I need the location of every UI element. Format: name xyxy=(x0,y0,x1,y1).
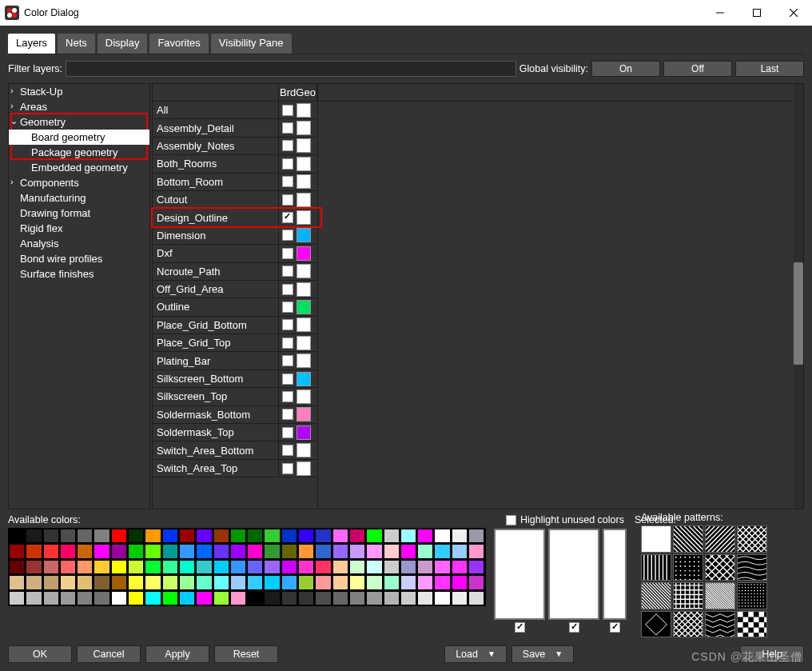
palette-color[interactable] xyxy=(111,529,127,543)
palette-color[interactable] xyxy=(366,560,382,574)
palette-color[interactable] xyxy=(128,544,144,558)
pattern-vert[interactable] xyxy=(641,554,671,581)
palette-color[interactable] xyxy=(145,544,161,558)
grid-row-name[interactable]: Place_Grid_Top xyxy=(153,334,279,352)
palette-color[interactable] xyxy=(43,544,59,558)
palette-color[interactable] xyxy=(9,560,25,574)
palette-color[interactable] xyxy=(247,544,263,558)
grid-row-brdgeo[interactable] xyxy=(279,441,317,459)
grid-row-brdgeo[interactable] xyxy=(279,317,317,334)
palette-color[interactable] xyxy=(298,544,314,558)
palette-color[interactable] xyxy=(128,591,144,605)
grid-row-name[interactable]: Cutout xyxy=(153,191,279,209)
palette-color[interactable] xyxy=(196,575,212,589)
palette-color[interactable] xyxy=(434,544,450,558)
palette-color[interactable] xyxy=(417,591,433,605)
scrollbar-thumb[interactable] xyxy=(794,262,803,365)
tab-layers[interactable]: Layers xyxy=(8,34,55,54)
palette-color[interactable] xyxy=(468,529,484,543)
grid-row-name[interactable]: Assembly_Detail xyxy=(153,119,279,137)
grid-row-brdgeo[interactable] xyxy=(279,102,317,119)
close-button[interactable] xyxy=(775,0,812,26)
grid-row-name[interactable]: Soldermask_Top xyxy=(153,424,279,441)
palette-color[interactable] xyxy=(366,591,382,605)
palette-color[interactable] xyxy=(332,575,348,589)
sel-chk-3[interactable] xyxy=(610,622,620,633)
palette-color[interactable] xyxy=(145,575,161,589)
grid-row-brdgeo[interactable] xyxy=(279,406,317,424)
color-swatch[interactable] xyxy=(297,121,311,135)
palette-color[interactable] xyxy=(162,544,178,558)
pattern-zig[interactable] xyxy=(705,611,735,638)
palette-color[interactable] xyxy=(452,575,468,589)
palette-color[interactable] xyxy=(247,591,263,605)
color-swatch[interactable] xyxy=(297,443,311,457)
pattern-grid[interactable] xyxy=(673,582,703,609)
palette-color[interactable] xyxy=(384,591,400,605)
grid-row-name[interactable]: Place_Grid_Bottom xyxy=(153,317,279,334)
grid-row-name[interactable]: Bottom_Room xyxy=(153,174,279,191)
pattern-cross[interactable] xyxy=(737,525,767,553)
load-button[interactable]: Load▼ xyxy=(444,645,507,663)
palette-color[interactable] xyxy=(196,529,212,543)
palette-color[interactable] xyxy=(349,560,365,574)
palette-color[interactable] xyxy=(179,560,195,574)
palette-color[interactable] xyxy=(400,529,416,543)
color-swatch[interactable] xyxy=(297,300,311,314)
cancel-button[interactable]: Cancel xyxy=(77,645,141,663)
visibility-checkbox[interactable] xyxy=(282,105,293,116)
grid-row-brdgeo[interactable] xyxy=(279,370,317,388)
palette-color[interactable] xyxy=(281,591,297,605)
pattern-hatch[interactable] xyxy=(641,582,671,609)
pattern-diag1[interactable] xyxy=(673,525,703,553)
palette-color[interactable] xyxy=(179,575,195,589)
palette-color[interactable] xyxy=(179,544,195,558)
palette-color[interactable] xyxy=(77,544,93,558)
color-swatch[interactable] xyxy=(297,174,311,189)
palette-color[interactable] xyxy=(26,529,42,543)
visibility-checkbox[interactable] xyxy=(282,194,293,206)
palette-color[interactable] xyxy=(26,591,42,605)
palette-color[interactable] xyxy=(60,544,76,558)
palette-color[interactable] xyxy=(77,529,93,543)
palette-color[interactable] xyxy=(434,591,450,605)
color-swatch[interactable] xyxy=(297,353,311,368)
color-swatch[interactable] xyxy=(297,210,311,225)
palette-color[interactable] xyxy=(213,591,229,605)
visibility-checkbox[interactable] xyxy=(282,266,293,277)
palette-color[interactable] xyxy=(43,529,59,543)
visibility-checkbox[interactable] xyxy=(282,319,293,330)
palette-color[interactable] xyxy=(26,560,42,574)
grid-row-name[interactable]: Switch_Area_Top xyxy=(153,460,279,477)
palette-color[interactable] xyxy=(230,575,246,589)
palette-color[interactable] xyxy=(434,560,450,574)
filter-input[interactable] xyxy=(66,61,516,77)
pattern-wave[interactable] xyxy=(737,554,767,581)
grid-row-brdgeo[interactable] xyxy=(279,460,317,477)
tree-item-package-geometry[interactable]: Package geometry xyxy=(9,145,149,160)
palette-color[interactable] xyxy=(196,591,212,605)
grid-row-brdgeo[interactable] xyxy=(279,424,317,441)
color-swatch[interactable] xyxy=(297,103,311,118)
color-swatch[interactable] xyxy=(297,372,311,386)
palette-color[interactable] xyxy=(281,529,297,543)
palette-color[interactable] xyxy=(366,544,382,558)
palette-color[interactable] xyxy=(111,560,127,574)
color-swatch[interactable] xyxy=(297,193,311,207)
tree-item-areas[interactable]: ›Areas xyxy=(9,99,149,114)
palette-color[interactable] xyxy=(247,560,263,574)
tree-pane[interactable]: ›Stack-Up›Areas⌄GeometryBoard geometryPa… xyxy=(8,83,150,509)
grid-row-brdgeo[interactable] xyxy=(279,155,317,173)
palette-color[interactable] xyxy=(349,544,365,558)
color-swatch[interactable] xyxy=(297,336,311,350)
help-button[interactable]: Help xyxy=(740,645,804,663)
pattern-diamond[interactable] xyxy=(641,611,671,638)
palette-color[interactable] xyxy=(162,560,178,574)
visibility-checkbox[interactable] xyxy=(282,140,293,151)
palette-color[interactable] xyxy=(43,591,59,605)
grid-row-name[interactable]: Design_Outline xyxy=(153,209,279,226)
palette-color[interactable] xyxy=(264,575,280,589)
pattern-dense[interactable] xyxy=(705,582,735,609)
sel-chk-2[interactable] xyxy=(569,622,579,633)
palette-color[interactable] xyxy=(417,560,433,574)
